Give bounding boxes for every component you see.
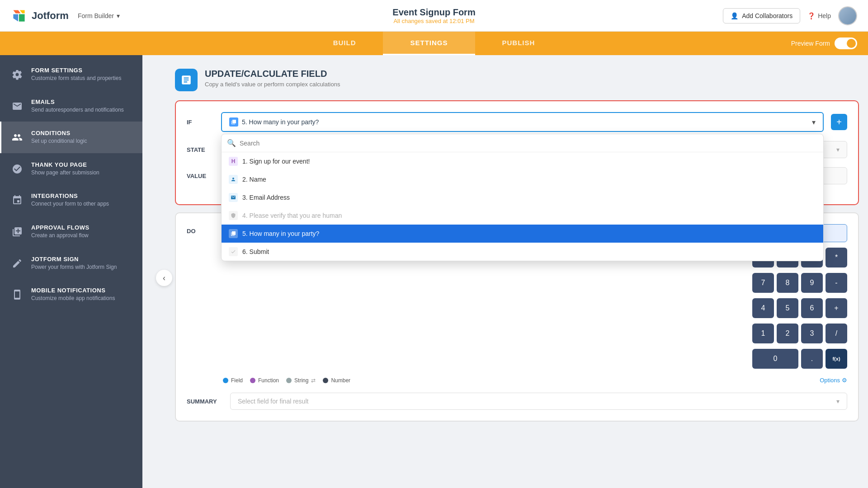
sidebar-item-emails[interactable]: EMAILS Send autoresponders and notificat… xyxy=(0,90,142,122)
value-label: VALUE xyxy=(187,173,214,179)
selected-field-text: 5. How many in your party? xyxy=(242,118,319,126)
tab-settings[interactable]: SETTINGS xyxy=(383,32,475,55)
add-button[interactable]: + xyxy=(826,298,847,318)
if-field-select-button[interactable]: 5. How many in your party? ▾ xyxy=(221,112,824,132)
summary-row: SUMMARY Select field for final result ▾ xyxy=(187,393,847,410)
calc-row-2: 7 8 9 - xyxy=(752,273,847,293)
dropdown-item-2[interactable]: 2. Name xyxy=(222,170,823,188)
two-button[interactable]: 2 xyxy=(777,324,798,343)
divide-button[interactable]: / xyxy=(826,324,847,343)
preview-toggle[interactable] xyxy=(835,38,857,49)
sidebar-text-emails: EMAILS Send autoresponders and notificat… xyxy=(31,99,124,114)
sidebar-item-approval-flows[interactable]: APPROVAL FLOWS Create an approval flow xyxy=(0,216,142,248)
sidebar-item-conditions[interactable]: CONDITIONS Set up conditional logic xyxy=(0,122,142,153)
dropdown-item-3-label: 3. Email Address xyxy=(242,194,290,201)
sidebar-text-form-settings: FORM SETTINGS Customize form status and … xyxy=(31,67,121,82)
preview-area: Preview Form xyxy=(791,38,857,49)
do-label: DO xyxy=(187,224,214,235)
tab-build[interactable]: BUILD xyxy=(306,32,383,55)
gear-icon xyxy=(10,68,24,81)
dropdown-item-6-label: 6. Submit xyxy=(242,248,269,255)
form-title: Event Signup Form xyxy=(392,7,475,18)
dropdown-search-container: 🔍 xyxy=(222,134,823,152)
sidebar-text-thank-you: THANK YOU PAGE Show page after submissio… xyxy=(31,161,99,177)
tab-publish[interactable]: PUBLISH xyxy=(475,32,562,55)
dropdown-item-5-label: 5. How many in your party? xyxy=(242,230,319,237)
options-button[interactable]: Options ⚙ xyxy=(820,377,847,384)
legend-function: Function xyxy=(250,377,279,384)
six-button[interactable]: 6 xyxy=(801,298,823,318)
nine-button[interactable]: 9 xyxy=(801,273,823,293)
subtract-button[interactable]: - xyxy=(826,273,847,293)
sidebar-text-integrations: INTEGRATIONS Connect your form to other … xyxy=(31,192,109,208)
dropdown-item-3[interactable]: 3. Email Address xyxy=(222,188,823,206)
app-name: Jotform xyxy=(32,10,69,22)
if-label: IF xyxy=(187,119,214,126)
dropdown-item-5[interactable]: 5. How many in your party? xyxy=(222,225,823,243)
calculator-icon xyxy=(180,74,192,86)
number-dot xyxy=(323,378,328,383)
add-collaborators-button[interactable]: 👤 Add Collaborators xyxy=(723,8,800,23)
add-collab-label: Add Collaborators xyxy=(742,12,793,19)
multiply-button[interactable]: * xyxy=(826,248,847,267)
gear-options-icon: ⚙ xyxy=(842,377,847,384)
help-button[interactable]: ❓ Help xyxy=(807,12,831,19)
five-button[interactable]: 5 xyxy=(777,298,798,318)
string-legend-label: String xyxy=(294,377,308,384)
field-legend-label: Field xyxy=(231,377,243,384)
calc-row-3: 4 5 6 + xyxy=(752,298,847,318)
sidebar-item-mobile-notifications[interactable]: MOBILE NOTIFICATIONS Customize mobile ap… xyxy=(0,279,142,310)
zero-button[interactable]: 0 xyxy=(752,349,798,369)
four-button[interactable]: 4 xyxy=(752,298,774,318)
state-label: STATE xyxy=(187,146,214,153)
sidebar-text-jotform-sign: JOTFORM SIGN Power your forms with Jotfo… xyxy=(31,256,117,271)
avatar[interactable] xyxy=(838,6,857,25)
if-field-dropdown: 5. How many in your party? ▾ 🔍 xyxy=(221,112,824,132)
dropdown-item-6[interactable]: 6. Submit xyxy=(222,243,823,261)
add-condition-button[interactable]: + xyxy=(831,114,847,130)
chevron-down-icon: ▾ xyxy=(812,118,816,127)
dropdown-item-1[interactable]: H 1. Sign up for our event! xyxy=(222,152,823,170)
if-row: IF 5. How many in your party? ▾ xyxy=(187,112,847,132)
email-icon xyxy=(10,99,24,113)
eight-button[interactable]: 8 xyxy=(777,273,798,293)
sidebar-item-form-settings[interactable]: FORM SETTINGS Customize form status and … xyxy=(0,59,142,90)
form-builder-button[interactable]: Form Builder ▾ xyxy=(78,12,120,19)
approval-flows-icon xyxy=(10,225,24,239)
panel-title: UPDATE/CALCULATE FIELD Copy a field's va… xyxy=(205,69,340,88)
sidebar-item-jotform-sign[interactable]: JOTFORM SIGN Power your forms with Jotfo… xyxy=(0,248,142,279)
summary-select[interactable]: Select field for final result ▾ xyxy=(230,393,847,410)
conditions-icon xyxy=(10,131,24,144)
dropdown-item-4: 4. Please verify that you are human xyxy=(222,206,823,225)
dropdown-item-4-label: 4. Please verify that you are human xyxy=(242,212,342,219)
dropdown-search-input[interactable] xyxy=(240,140,818,147)
function-button[interactable]: f(x) xyxy=(826,349,847,369)
panel-heading: UPDATE/CALCULATE FIELD xyxy=(205,69,340,79)
chevron-left-icon: ‹ xyxy=(163,273,165,283)
panel-subtitle: Copy a field's value or perform complex … xyxy=(205,81,340,88)
search-icon: 🔍 xyxy=(227,139,236,147)
one-button[interactable]: 1 xyxy=(752,324,774,343)
heading-icon: H xyxy=(229,157,238,166)
back-button[interactable]: ‹ xyxy=(156,270,172,286)
verify-icon xyxy=(229,211,238,220)
seven-button[interactable]: 7 xyxy=(752,273,774,293)
center-header: Event Signup Form All changes saved at 1… xyxy=(392,7,475,24)
check-circle-icon xyxy=(10,162,24,176)
avatar-image xyxy=(839,7,856,24)
main-layout: FORM SETTINGS Customize form status and … xyxy=(0,55,868,488)
three-button[interactable]: 3 xyxy=(801,324,823,343)
dropdown-item-1-label: 1. Sign up for our event! xyxy=(242,158,310,165)
calc-row-5: 0 . f(x) xyxy=(752,349,847,369)
submit-icon xyxy=(229,247,238,256)
sidebar-text-approval-flows: APPROVAL FLOWS Create an approval flow xyxy=(31,224,90,239)
user-icon: 👤 xyxy=(731,12,738,19)
sidebar-item-thank-you[interactable]: THANK YOU PAGE Show page after submissio… xyxy=(0,153,142,185)
summary-label: SUMMARY xyxy=(187,398,223,405)
decimal-button[interactable]: . xyxy=(801,349,823,369)
main-panel: IF 5. How many in your party? ▾ xyxy=(175,100,859,205)
sidebar-item-integrations[interactable]: INTEGRATIONS Connect your form to other … xyxy=(0,184,142,216)
selected-number-icon xyxy=(229,229,238,238)
legend-field: Field xyxy=(223,377,243,384)
help-icon: ❓ xyxy=(807,12,815,19)
